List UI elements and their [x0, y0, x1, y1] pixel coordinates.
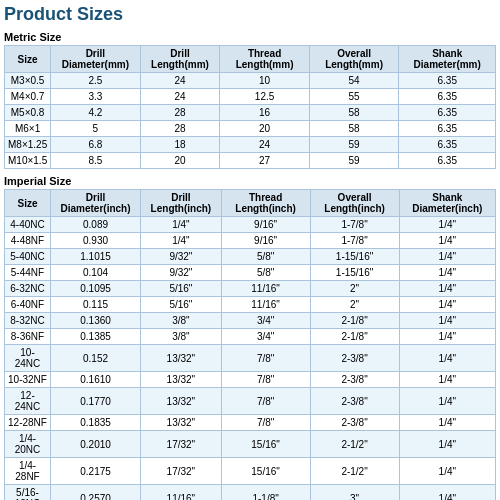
table-row: 8-32NC0.13603/8"3/4"2-1/8"1/4": [5, 313, 496, 329]
table-cell: 6.35: [399, 105, 496, 121]
table-cell: 1/4": [141, 233, 222, 249]
table-cell: 13/32": [141, 415, 222, 431]
table-cell: 17/32": [141, 458, 222, 485]
table-cell: 0.115: [50, 297, 140, 313]
metric-col-header: Size: [5, 46, 51, 73]
table-cell: 5/16": [141, 297, 222, 313]
table-cell: 3.3: [51, 89, 140, 105]
table-cell: 7/8": [221, 345, 310, 372]
table-row: 5/16-18NC0.257011/16"1-1/8"3"1/4": [5, 485, 496, 501]
app-container: Product Sizes Metric Size SizeDrill Diam…: [0, 0, 500, 500]
table-cell: 55: [309, 89, 399, 105]
table-cell: 7/8": [221, 415, 310, 431]
table-row: 8-36NF0.13853/8"3/4"2-1/8"1/4": [5, 329, 496, 345]
table-cell: 17/32": [141, 431, 222, 458]
table-cell: 1/4": [399, 233, 495, 249]
table-cell: 10: [220, 73, 309, 89]
table-cell: 4-40NC: [5, 217, 51, 233]
table-cell: 0.1610: [50, 372, 140, 388]
table-cell: 0.930: [50, 233, 140, 249]
table-cell: 8-32NC: [5, 313, 51, 329]
table-cell: 2-1/2": [310, 431, 399, 458]
imperial-col-header: Drill Diameter(inch): [50, 190, 140, 217]
table-cell: 6.35: [399, 73, 496, 89]
table-cell: 11/16": [221, 297, 310, 313]
metric-col-header: Overall Length(mm): [309, 46, 399, 73]
imperial-header-row: SizeDrill Diameter(inch)Drill Length(inc…: [5, 190, 496, 217]
table-cell: M3×0.5: [5, 73, 51, 89]
table-row: 1/4-20NC0.201017/32"15/16"2-1/2"1/4": [5, 431, 496, 458]
table-cell: 58: [309, 105, 399, 121]
table-cell: 24: [220, 137, 309, 153]
metric-col-header: Drill Diameter(mm): [51, 46, 140, 73]
table-cell: 12.5: [220, 89, 309, 105]
table-cell: 1-1/8": [221, 485, 310, 501]
metric-table-body: M3×0.52.52410546.35M4×0.73.32412.5556.35…: [5, 73, 496, 169]
table-cell: 20: [140, 153, 220, 169]
table-cell: M10×1.5: [5, 153, 51, 169]
table-cell: 24: [140, 73, 220, 89]
table-cell: 10-32NF: [5, 372, 51, 388]
table-row: M10×1.58.52027596.35: [5, 153, 496, 169]
table-cell: 1/4": [399, 313, 495, 329]
table-cell: 7/8": [221, 388, 310, 415]
table-cell: 2-1/8": [310, 329, 399, 345]
table-cell: 6.35: [399, 89, 496, 105]
table-cell: 10-24NC: [5, 345, 51, 372]
table-cell: 5/16-18NC: [5, 485, 51, 501]
table-cell: M8×1.25: [5, 137, 51, 153]
table-cell: 0.1360: [50, 313, 140, 329]
table-cell: 1/4-28NF: [5, 458, 51, 485]
table-cell: 6-32NC: [5, 281, 51, 297]
table-cell: 9/16": [221, 233, 310, 249]
table-cell: 54: [309, 73, 399, 89]
table-cell: 4-48NF: [5, 233, 51, 249]
table-cell: 2-1/2": [310, 458, 399, 485]
table-cell: 1-7/8": [310, 217, 399, 233]
table-cell: 9/32": [141, 265, 222, 281]
metric-table: SizeDrill Diameter(mm)Drill Length(mm)Th…: [4, 45, 496, 169]
table-row: M8×1.256.81824596.35: [5, 137, 496, 153]
imperial-table: SizeDrill Diameter(inch)Drill Length(inc…: [4, 189, 496, 500]
table-cell: 15/16": [221, 431, 310, 458]
table-cell: 1/4": [399, 249, 495, 265]
table-row: M5×0.84.22816586.35: [5, 105, 496, 121]
imperial-col-header: Overall Length(inch): [310, 190, 399, 217]
table-cell: 20: [220, 121, 309, 137]
imperial-col-header: Thread Length(inch): [221, 190, 310, 217]
table-cell: 9/16": [221, 217, 310, 233]
table-cell: 1-15/16": [310, 265, 399, 281]
page-title: Product Sizes: [4, 4, 496, 25]
table-cell: 27: [220, 153, 309, 169]
table-cell: 2-3/8": [310, 372, 399, 388]
table-cell: 11/16": [141, 485, 222, 501]
table-row: M4×0.73.32412.5556.35: [5, 89, 496, 105]
table-cell: 6.35: [399, 153, 496, 169]
table-cell: 1-15/16": [310, 249, 399, 265]
table-cell: 5/8": [221, 249, 310, 265]
table-cell: 13/32": [141, 388, 222, 415]
metric-col-header: Drill Length(mm): [140, 46, 220, 73]
table-cell: 5: [51, 121, 140, 137]
table-row: 10-32NF0.161013/32"7/8"2-3/8"1/4": [5, 372, 496, 388]
table-cell: 28: [140, 105, 220, 121]
table-cell: 11/16": [221, 281, 310, 297]
table-cell: 0.152: [50, 345, 140, 372]
table-cell: 0.1770: [50, 388, 140, 415]
table-cell: 1/4": [399, 485, 495, 501]
table-cell: 6-40NF: [5, 297, 51, 313]
table-row: 10-24NC0.15213/32"7/8"2-3/8"1/4": [5, 345, 496, 372]
table-cell: 18: [140, 137, 220, 153]
table-cell: 6.35: [399, 137, 496, 153]
table-cell: 1/4": [399, 388, 495, 415]
table-cell: 1/4": [399, 345, 495, 372]
table-cell: 0.2010: [50, 431, 140, 458]
table-cell: 15/16": [221, 458, 310, 485]
table-cell: 7/8": [221, 372, 310, 388]
table-cell: 12-24NC: [5, 388, 51, 415]
table-row: 6-32NC0.10955/16"11/16"2"1/4": [5, 281, 496, 297]
table-cell: 0.104: [50, 265, 140, 281]
table-cell: 13/32": [141, 372, 222, 388]
table-cell: 2-3/8": [310, 388, 399, 415]
imperial-col-header: Size: [5, 190, 51, 217]
